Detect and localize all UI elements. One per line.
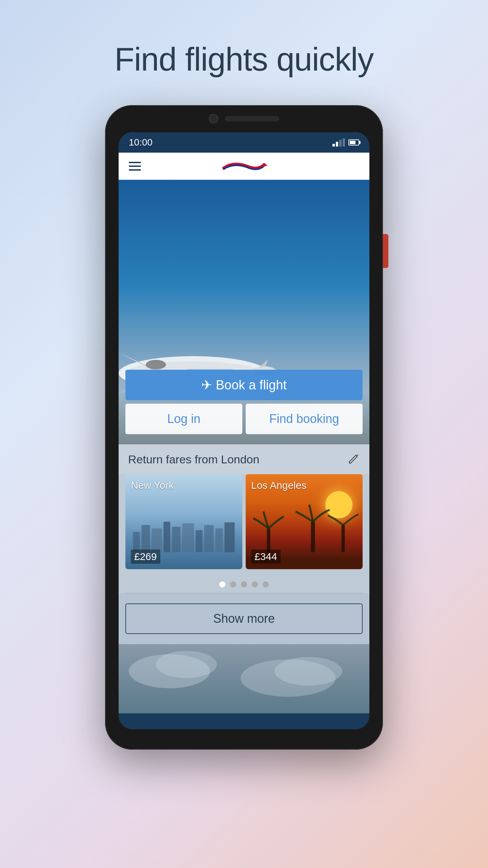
hamburger-line-3 bbox=[129, 169, 141, 171]
fares-section: Return fares from London bbox=[119, 444, 369, 713]
hamburger-menu-button[interactable] bbox=[129, 162, 141, 171]
svg-rect-12 bbox=[164, 522, 170, 552]
phone-top-bar bbox=[105, 105, 383, 132]
svg-rect-17 bbox=[216, 528, 223, 552]
signal-bar-3 bbox=[339, 140, 342, 147]
side-button bbox=[383, 234, 388, 268]
app-header bbox=[119, 153, 369, 180]
svg-rect-10 bbox=[142, 525, 150, 552]
carousel-dot-1[interactable] bbox=[219, 581, 225, 587]
ba-logo-svg bbox=[220, 158, 268, 175]
destination-city-losangeles: Los Angeles bbox=[251, 480, 306, 491]
svg-rect-14 bbox=[182, 523, 194, 552]
carousel-dot-4[interactable] bbox=[252, 581, 258, 587]
show-more-button[interactable]: Show more bbox=[125, 603, 363, 634]
front-camera bbox=[209, 114, 218, 123]
phone-screen: 10:00 bbox=[119, 132, 369, 729]
fares-header: Return fares from London bbox=[119, 444, 369, 474]
destination-cards: New York £269 bbox=[119, 474, 369, 576]
status-bar: 10:00 bbox=[119, 132, 369, 153]
speaker bbox=[225, 116, 279, 121]
status-time: 10:00 bbox=[129, 137, 152, 148]
svg-point-5 bbox=[146, 360, 166, 369]
hamburger-line-1 bbox=[129, 162, 141, 163]
status-icons bbox=[332, 138, 359, 147]
la-palms bbox=[246, 501, 363, 552]
svg-rect-20 bbox=[311, 522, 315, 552]
bottom-area bbox=[119, 644, 369, 713]
destination-card-losangeles[interactable]: Los Angeles £344 bbox=[246, 474, 363, 569]
signal-bar-1 bbox=[332, 144, 335, 147]
svg-rect-11 bbox=[152, 528, 162, 552]
battery-fill bbox=[350, 141, 355, 144]
svg-point-23 bbox=[156, 651, 217, 678]
signal-bar-2 bbox=[336, 142, 338, 147]
svg-rect-13 bbox=[172, 527, 181, 552]
svg-rect-9 bbox=[133, 532, 140, 552]
hamburger-line-2 bbox=[129, 166, 141, 167]
svg-rect-16 bbox=[204, 525, 214, 552]
carousel-dot-2[interactable] bbox=[230, 581, 236, 587]
fares-title: Return fares from London bbox=[128, 453, 259, 466]
edit-icon[interactable] bbox=[348, 452, 360, 466]
carousel-dot-3[interactable] bbox=[241, 581, 247, 587]
login-button[interactable]: Log in bbox=[125, 404, 242, 434]
hero-section: ✈ Book a flight Log in Find booking bbox=[119, 180, 369, 444]
svg-point-25 bbox=[274, 657, 342, 686]
clouds-svg bbox=[119, 644, 369, 712]
destination-city-newyork: New York bbox=[131, 480, 174, 491]
svg-rect-18 bbox=[225, 522, 235, 552]
destination-price-newyork: £269 bbox=[131, 549, 160, 564]
phone-shell: 10:00 bbox=[105, 105, 383, 750]
signal-icon bbox=[332, 138, 345, 147]
page-title: Find flights quickly bbox=[115, 41, 373, 78]
signal-bar-4 bbox=[343, 138, 345, 147]
battery-icon bbox=[348, 139, 359, 146]
book-flight-button[interactable]: ✈ Book a flight bbox=[125, 370, 363, 400]
find-booking-button[interactable]: Find booking bbox=[246, 404, 363, 434]
svg-rect-19 bbox=[267, 528, 270, 552]
svg-rect-15 bbox=[196, 530, 203, 552]
cta-buttons: ✈ Book a flight Log in Find booking bbox=[119, 370, 369, 434]
pencil-svg bbox=[348, 452, 360, 465]
destination-card-newyork[interactable]: New York £269 bbox=[125, 474, 242, 569]
carousel-dot-5[interactable] bbox=[263, 581, 269, 587]
svg-rect-21 bbox=[342, 525, 345, 552]
secondary-buttons: Log in Find booking bbox=[125, 404, 363, 434]
destination-price-losangeles: £344 bbox=[251, 549, 281, 564]
carousel-dots bbox=[119, 576, 369, 593]
ny-skyline bbox=[125, 518, 242, 552]
show-more-section: Show more bbox=[119, 593, 369, 644]
ba-logo bbox=[220, 158, 268, 175]
